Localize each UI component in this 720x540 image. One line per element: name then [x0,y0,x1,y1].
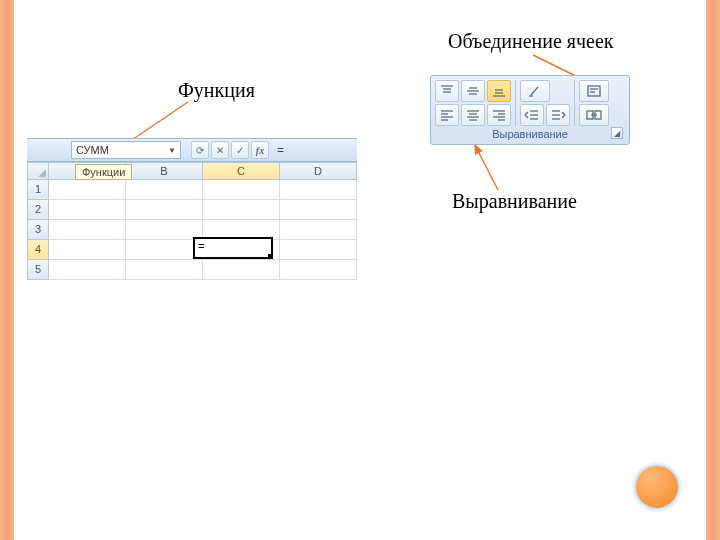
row-header-1[interactable]: 1 [27,180,49,200]
ribbon-group-title: Выравнивание ◢ [435,126,625,140]
cancel-icon[interactable]: ✕ [211,141,229,159]
align-middle-button[interactable] [461,80,485,102]
wrap-text-button[interactable] [579,80,609,102]
svg-line-24 [531,87,538,95]
cell[interactable] [49,200,126,220]
cell[interactable] [49,180,126,200]
align-left-button[interactable] [435,104,459,126]
col-header-b[interactable]: B [126,162,203,180]
align-center-button[interactable] [461,104,485,126]
cell[interactable] [126,260,203,280]
cell[interactable] [49,220,126,240]
cell[interactable] [49,260,126,280]
functions-tooltip: Функции [75,164,132,180]
merge-cells-button[interactable] [579,104,609,126]
row-header-2[interactable]: 2 [27,200,49,220]
select-all-corner[interactable] [27,162,49,180]
svg-rect-32 [588,86,600,96]
excel-fragment: СУММ ▼ ⟳ ✕ ✓ fx = A B C D 1 2 3 4 5 [27,138,357,280]
row-header-5[interactable]: 5 [27,260,49,280]
cell[interactable] [280,260,357,280]
active-cell-editor[interactable]: = [193,237,273,259]
label-merge-cells: Объединение ячеек [448,30,614,53]
cell[interactable] [126,200,203,220]
cell[interactable] [203,200,280,220]
col-header-d[interactable]: D [280,162,357,180]
alignment-ribbon-group: Выравнивание ◢ [430,75,630,145]
label-function: Функция [178,79,255,102]
orientation-button[interactable] [520,80,550,102]
cell[interactable] [126,180,203,200]
cell[interactable] [126,220,203,240]
align-right-button[interactable] [487,104,511,126]
col-header-c[interactable]: C [203,162,280,180]
formula-bar: СУММ ▼ ⟳ ✕ ✓ fx = [27,138,357,162]
cell[interactable] [280,220,357,240]
decrease-indent-button[interactable] [520,104,544,126]
decorative-circle [634,464,680,510]
svg-line-2 [475,145,498,190]
label-alignment: Выравнивание [452,190,577,213]
dropdown-icon[interactable]: ▼ [168,146,176,155]
cell[interactable] [126,240,203,260]
name-box[interactable]: СУММ ▼ [71,141,181,159]
align-bottom-button[interactable] [487,80,511,102]
refresh-icon[interactable]: ⟳ [191,141,209,159]
cell[interactable] [203,260,280,280]
cell[interactable] [280,180,357,200]
increase-indent-button[interactable] [546,104,570,126]
name-box-value: СУММ [76,144,109,156]
enter-icon[interactable]: ✓ [231,141,249,159]
cell[interactable] [49,240,126,260]
dialog-launcher-icon[interactable]: ◢ [611,127,623,139]
row-header-3[interactable]: 3 [27,220,49,240]
cell[interactable] [280,240,357,260]
align-top-button[interactable] [435,80,459,102]
formula-bar-content[interactable]: = [277,143,284,157]
row-header-4[interactable]: 4 [27,240,49,260]
cell[interactable] [280,200,357,220]
cell[interactable] [203,180,280,200]
insert-function-button[interactable]: fx [251,141,269,159]
